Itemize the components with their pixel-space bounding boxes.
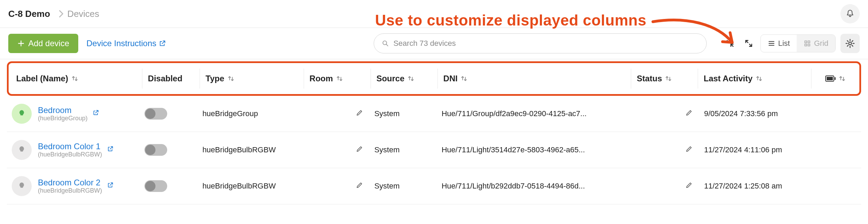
cell-status — [631, 109, 698, 119]
device-label-link[interactable]: Bedroom Color 1 — [38, 142, 102, 151]
view-list-button[interactable]: List — [761, 35, 797, 52]
cell-source: System — [369, 182, 436, 191]
notifications-button[interactable] — [840, 4, 860, 23]
edit-status-button[interactable] — [685, 181, 693, 191]
cell-dni: Hue/711/Light/3514d27e-5803-4962-a65... — [436, 145, 631, 154]
device-state-icon[interactable] — [12, 176, 32, 196]
device-label-link[interactable]: Bedroom Color 2 — [38, 178, 102, 187]
view-toggle: List Grid — [760, 34, 836, 52]
open-device-button[interactable] — [92, 109, 99, 118]
battery-icon — [825, 75, 836, 82]
device-instructions-link[interactable]: Device Instructions — [87, 39, 166, 48]
svg-point-0 — [383, 41, 387, 45]
col-activity[interactable]: Last Activity — [698, 69, 811, 89]
expand-button[interactable] — [742, 37, 756, 50]
cell-room — [302, 109, 369, 119]
list-icon — [768, 40, 775, 47]
svg-rect-4 — [808, 44, 810, 46]
col-disabled[interactable]: Disabled — [142, 69, 200, 89]
sort-icon — [665, 75, 672, 82]
sort-icon — [408, 75, 414, 82]
cell-type: hueBridgeGroup — [197, 109, 302, 118]
svg-rect-1 — [805, 41, 807, 43]
cell-dni: Hue/711/Light/b292ddb7-0518-4494-86d... — [436, 182, 631, 191]
col-room[interactable]: Room — [304, 69, 371, 89]
cell-activity: 11/27/2024 1:25:08 am — [698, 182, 813, 191]
device-subtype: (hueBridgeBulbRGBW) — [38, 151, 102, 158]
svg-rect-7 — [835, 77, 836, 80]
cell-label: Bedroom(hueBridgeGroup) — [7, 104, 139, 124]
device-instructions-label: Device Instructions — [87, 39, 157, 48]
svg-rect-2 — [808, 41, 810, 43]
bell-icon — [845, 9, 855, 19]
disabled-toggle[interactable] — [144, 180, 167, 192]
chevron-right-icon — [58, 10, 64, 18]
cell-type: hueBridgeBulbRGBW — [197, 145, 302, 154]
bulb-icon — [17, 181, 27, 191]
sort-icon — [336, 75, 343, 82]
edit-room-button[interactable] — [356, 145, 363, 155]
cell-dni: Hue/711/Group/df2a9ec9-0290-4125-ac7... — [436, 109, 631, 118]
cell-source: System — [369, 145, 436, 154]
edit-status-button[interactable] — [685, 109, 693, 119]
col-type[interactable]: Type — [200, 69, 304, 89]
breadcrumb-root[interactable]: C-8 Demo — [8, 9, 50, 19]
collapse-button[interactable] — [723, 37, 737, 50]
svg-rect-3 — [805, 44, 807, 46]
gear-icon — [845, 38, 855, 49]
column-settings-button[interactable] — [840, 34, 860, 53]
svg-point-5 — [849, 42, 851, 45]
edit-room-button[interactable] — [356, 109, 363, 119]
table-row: Bedroom Color 2(hueBridgeBulbRGBW)hueBri… — [7, 168, 861, 204]
sort-icon — [839, 75, 845, 82]
device-label-link[interactable]: Bedroom — [38, 105, 88, 115]
sort-icon — [228, 75, 234, 82]
device-subtype: (hueBridgeGroup) — [38, 115, 88, 122]
col-label[interactable]: Label (Name) — [9, 69, 142, 89]
search-input-wrapper[interactable] — [374, 33, 707, 53]
col-status[interactable]: Status — [631, 69, 698, 89]
cell-room — [302, 181, 369, 191]
open-device-button[interactable] — [107, 182, 114, 191]
add-device-button[interactable]: Add device — [8, 34, 78, 53]
search-icon — [382, 40, 389, 47]
open-device-button[interactable] — [107, 145, 114, 154]
cell-activity: 9/05/2024 7:33:56 pm — [698, 109, 813, 118]
col-dni[interactable]: DNI — [437, 69, 631, 89]
col-source[interactable]: Source — [371, 69, 437, 89]
expand-icon — [744, 39, 753, 48]
edit-status-button[interactable] — [685, 145, 693, 155]
bulb-icon — [17, 109, 27, 119]
cell-type: hueBridgeBulbRGBW — [197, 182, 302, 191]
breadcrumb-leaf: Devices — [67, 9, 99, 19]
grid-icon — [804, 40, 811, 47]
cell-label: Bedroom Color 1(hueBridgeBulbRGBW) — [7, 140, 139, 160]
table-header: Label (Name) Disabled Type Room Source D… — [7, 61, 861, 96]
disabled-toggle[interactable] — [144, 108, 167, 120]
cell-label: Bedroom Color 2(hueBridgeBulbRGBW) — [7, 176, 139, 196]
sort-icon — [72, 75, 78, 82]
plus-icon — [17, 40, 25, 47]
sort-icon — [461, 75, 467, 82]
device-state-icon[interactable] — [12, 140, 32, 160]
table-row: Bedroom(hueBridgeGroup)hueBridgeGroupSys… — [7, 96, 861, 132]
cell-disabled — [139, 144, 197, 156]
disabled-toggle[interactable] — [144, 144, 167, 156]
cell-status — [631, 145, 698, 155]
cell-disabled — [139, 108, 197, 120]
cell-activity: 11/27/2024 4:11:06 pm — [698, 145, 813, 154]
table-body: Bedroom(hueBridgeGroup)hueBridgeGroupSys… — [7, 96, 861, 204]
svg-rect-8 — [827, 77, 833, 80]
edit-room-button[interactable] — [356, 181, 363, 191]
device-state-icon[interactable] — [12, 104, 32, 124]
cell-status — [631, 181, 698, 191]
add-device-label: Add device — [28, 39, 69, 48]
collapse-icon — [726, 39, 735, 48]
cell-disabled — [139, 180, 197, 192]
table-row: Bedroom Color 1(hueBridgeBulbRGBW)hueBri… — [7, 132, 861, 168]
cell-room — [302, 145, 369, 155]
view-grid-button[interactable]: Grid — [797, 35, 835, 52]
device-subtype: (hueBridgeBulbRGBW) — [38, 187, 102, 194]
search-input[interactable] — [393, 39, 699, 48]
col-battery[interactable] — [811, 69, 859, 89]
